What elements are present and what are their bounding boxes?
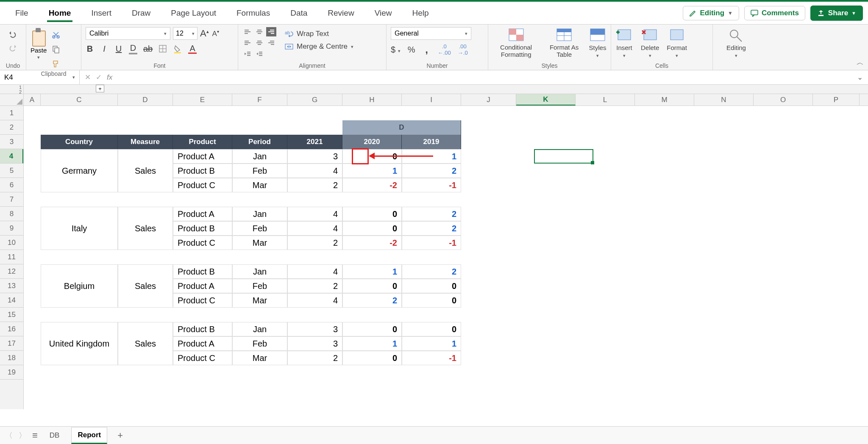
table-cell[interactable]: D [342, 120, 461, 135]
tab-help[interactable]: Help [402, 2, 439, 25]
row-header-17[interactable]: 17 [0, 336, 23, 351]
cancel-formula-button[interactable]: ✕ [85, 73, 91, 82]
column-header-H[interactable]: H [342, 94, 402, 105]
table-cell[interactable]: 0 [342, 351, 402, 365]
table-cell[interactable]: Belgium [41, 264, 118, 308]
table-cell[interactable]: Country [41, 135, 118, 149]
table-cell[interactable]: 1 [342, 336, 402, 351]
currency-button[interactable]: $ ▾ [391, 45, 401, 55]
format-as-table-button[interactable]: Format As Table [547, 27, 581, 58]
outline-level-1[interactable]: 1 [0, 85, 23, 89]
table-cell[interactable]: 2 [287, 351, 342, 365]
increase-decimal-button[interactable]: .0←.00 [438, 43, 451, 56]
underline-button[interactable]: U [114, 44, 123, 54]
row-header-12[interactable]: 12 [0, 264, 23, 279]
fill-handle[interactable] [591, 161, 594, 164]
table-cell[interactable]: Jan [232, 322, 287, 336]
table-cell[interactable]: Feb [232, 279, 287, 293]
table-cell[interactable]: Product C [173, 351, 232, 365]
table-cell[interactable]: Product B [173, 264, 232, 279]
table-cell[interactable]: Product A [173, 336, 232, 351]
column-header-C[interactable]: C [41, 94, 118, 105]
column-header-M[interactable]: M [635, 94, 694, 105]
table-cell[interactable]: Sales [118, 322, 173, 365]
align-mid-right[interactable] [266, 38, 276, 47]
cell-styles-button[interactable]: Styles▾ [589, 27, 606, 58]
table-cell[interactable]: 2 [402, 207, 461, 221]
table-cell[interactable]: -2 [342, 236, 402, 250]
table-cell[interactable]: 1 [402, 336, 461, 351]
table-cell[interactable]: Product B [173, 322, 232, 336]
column-header-A[interactable]: A [24, 94, 41, 105]
select-all-corner[interactable] [0, 94, 24, 106]
table-cell[interactable]: 0 [342, 279, 402, 293]
align-top-left[interactable] [242, 27, 253, 36]
expand-formula-bar-button[interactable]: ⌄ [852, 73, 868, 82]
paste-button[interactable]: Paste ▾ [31, 27, 47, 60]
align-mid-center[interactable] [254, 38, 264, 47]
strikethrough-button[interactable]: ab [143, 44, 153, 54]
decrease-indent[interactable] [242, 49, 253, 58]
tab-insert[interactable]: Insert [81, 2, 122, 25]
row-header-11[interactable]: 11 [0, 250, 23, 264]
table-cell[interactable]: 3 [287, 149, 342, 164]
tab-formulas[interactable]: Formulas [226, 2, 280, 25]
table-cell[interactable]: 2 [402, 164, 461, 178]
column-header-O[interactable]: O [754, 94, 813, 105]
table-cell[interactable]: Measure [118, 135, 173, 149]
table-cell[interactable]: Germany [41, 149, 118, 192]
outline-level-2[interactable]: 2 [0, 89, 23, 94]
table-cell[interactable]: 2019 [402, 135, 461, 149]
row-header-14[interactable]: 14 [0, 293, 23, 308]
table-cell[interactable]: Sales [118, 149, 173, 192]
table-cell[interactable]: Jan [232, 264, 287, 279]
outline-expand-button[interactable]: + [96, 85, 104, 92]
column-header-I[interactable]: I [402, 94, 461, 105]
table-cell[interactable]: Sales [118, 207, 173, 250]
align-mid-left[interactable] [242, 38, 253, 47]
tab-review[interactable]: Review [317, 2, 364, 25]
undo-button[interactable] [7, 29, 19, 41]
merge-centre-button[interactable]: Merge & Centre▾ [285, 42, 353, 51]
table-cell[interactable]: 3 [287, 336, 342, 351]
number-format-select[interactable]: General▾ [391, 27, 471, 40]
table-cell[interactable]: Mar [232, 178, 287, 192]
tab-page-layout[interactable]: Page Layout [161, 2, 226, 25]
table-cell[interactable]: United Kingdom [41, 322, 118, 365]
table-cell[interactable]: Sales [118, 264, 173, 308]
table-cell[interactable]: 0 [402, 279, 461, 293]
row-header-5[interactable]: 5 [0, 164, 23, 178]
add-sheet-button[interactable]: + [113, 430, 127, 441]
sheet-nav-prev[interactable]: 〈 [5, 430, 13, 441]
all-sheets-button[interactable]: ≡ [32, 430, 38, 441]
row-header-2[interactable]: 2 [0, 120, 23, 135]
table-cell[interactable]: -1 [402, 351, 461, 365]
sheet-tab-report[interactable]: Report [71, 427, 107, 444]
table-cell[interactable]: Product A [173, 149, 232, 164]
table-cell[interactable]: 2020 [342, 135, 402, 149]
percent-button[interactable]: % [407, 45, 416, 55]
table-cell[interactable]: Mar [232, 293, 287, 308]
column-header-N[interactable]: N [694, 94, 754, 105]
table-cell[interactable]: 2 [342, 293, 402, 308]
font-size-select[interactable]: 12▾ [173, 27, 198, 40]
decrease-decimal-button[interactable]: .00→.0 [458, 43, 468, 56]
table-cell[interactable]: Period [232, 135, 287, 149]
column-header-G[interactable]: G [287, 94, 342, 105]
table-cell[interactable]: Italy [41, 207, 118, 250]
comma-button[interactable]: , [423, 44, 431, 56]
table-cell[interactable]: -2 [342, 178, 402, 192]
table-cell[interactable]: 2 [402, 221, 461, 236]
column-header-K[interactable]: K [516, 94, 576, 105]
wrap-text-button[interactable]: abWrap Text [285, 30, 353, 38]
decrease-font-button[interactable]: A▾ [211, 29, 220, 38]
table-cell[interactable]: Product C [173, 236, 232, 250]
increase-indent[interactable] [254, 49, 264, 58]
row-header-18[interactable]: 18 [0, 351, 23, 365]
formula-input[interactable] [117, 70, 852, 84]
row-header-10[interactable]: 10 [0, 236, 23, 250]
table-cell[interactable]: Feb [232, 336, 287, 351]
table-cell[interactable]: 0 [342, 322, 402, 336]
format-cells-button[interactable]: Format▾ [667, 27, 687, 58]
table-cell[interactable]: 2 [287, 236, 342, 250]
